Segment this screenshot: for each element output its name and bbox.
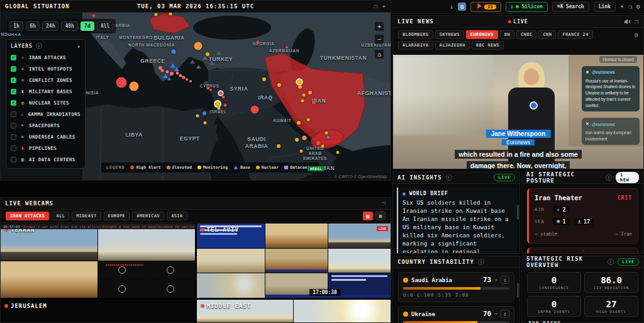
map-marker-yellow[interactable] [300, 150, 303, 153]
channel-dw[interactable]: DW [500, 30, 514, 39]
map-marker-red[interactable] [92, 14, 96, 18]
webcam-filter-asia[interactable]: ASIA [167, 212, 187, 220]
tweet-card[interactable]: ✕@euronewsRussia's use of Iranian-design… [582, 66, 640, 111]
silicon-button[interactable]: ↧Silicon [506, 2, 548, 12]
link-button[interactable]: Link [594, 2, 616, 12]
layer-toggle-conflict-zones[interactable]: ✓✕CONFLICT ZONES [11, 74, 80, 86]
map-marker-blue[interactable] [203, 111, 206, 115]
map-marker-yellow[interactable] [303, 94, 306, 97]
time-filter-6h[interactable]: 6h [26, 21, 40, 31]
channel-skynews[interactable]: SKYNEWS [435, 30, 464, 39]
map-marker-yellow[interactable] [277, 83, 281, 87]
map-marker-red[interactable] [209, 89, 212, 91]
layer-toggle-iran-attacks[interactable]: ✓✶IRAN ATTACKS [11, 52, 80, 63]
alerts-button[interactable]: 23 [470, 2, 501, 12]
map-marker-red[interactable] [222, 96, 225, 99]
webcam-filter-mideast[interactable]: MIDEAST [72, 212, 101, 220]
time-filter-7d[interactable]: 7d [80, 21, 94, 31]
instability-help-icon[interactable]: ? [478, 259, 484, 265]
map-marker-yellow[interactable] [301, 99, 304, 103]
channel-euronews[interactable]: EURONEWS [466, 30, 498, 39]
layer-checkbox[interactable]: ✓ [11, 89, 16, 94]
layer-checkbox[interactable] [11, 123, 16, 128]
channel-bloomberg[interactable]: BLOOMBERG [398, 30, 433, 39]
layer-checkbox[interactable] [11, 145, 16, 151]
map-marker-pink[interactable] [186, 78, 188, 81]
channels-gear-icon[interactable]: ⚙ [635, 31, 638, 38]
speaker-muted-icon[interactable] [625, 19, 631, 25]
webcam-tehran[interactable]: 16:57:03 Israel's war with Iran and its … [1, 224, 195, 298]
list-view-button[interactable]: ■ [375, 212, 386, 220]
map-marker-pink[interactable] [182, 76, 186, 79]
webcams-expand-icon[interactable]: ❐ [382, 200, 386, 207]
map-marker-orange[interactable] [308, 91, 312, 94]
webcam-jerusalem[interactable]: JERUSALEM [1, 300, 195, 322]
instability-row-saudi-arabia[interactable]: Saudi Arabia73→↥U:0 C:100 S:35 I:80 [398, 272, 514, 302]
map-marker-slate[interactable] [190, 60, 195, 64]
world-map[interactable]: ANDORRAITALYAN MARINOSERBIAMONTENEGROBUL… [1, 13, 391, 180]
layer-toggle-gamma-irradiators[interactable]: ⚠GAMMA IRRADIATORS [11, 108, 80, 120]
map-marker-red[interactable] [286, 46, 288, 48]
map-marker-orange[interactable] [130, 82, 139, 91]
channel-cnn[interactable]: CNN [538, 30, 556, 39]
map-marker-yellow[interactable] [297, 79, 302, 84]
map-marker-pink[interactable] [170, 72, 174, 76]
channel-aljazeera[interactable]: ALJAZEERA [435, 41, 470, 50]
layer-checkbox[interactable] [11, 111, 16, 117]
theater-card-iran[interactable]: Iran Theater CRIT AIR ✈2 SEA ☸1 ⚓17 → st… [527, 188, 638, 244]
map-marker-yellow[interactable] [336, 151, 340, 154]
map-marker-yellow[interactable] [262, 77, 266, 81]
layer-checkbox[interactable]: ✓ [11, 100, 16, 106]
layer-toggle-spaceports[interactable]: ➤SPACEPORTS [11, 120, 80, 131]
map-marker-yellow[interactable] [277, 144, 280, 148]
time-filter-all[interactable]: All [97, 21, 113, 31]
map-marker-yellow[interactable] [307, 118, 310, 122]
layer-toggle-military-bases[interactable]: ✓♜MILITARY BASES [11, 86, 80, 97]
channel-bbc-news[interactable]: BBC NEWS [472, 41, 504, 50]
channel-france-24[interactable]: FRANCE 24 [558, 30, 593, 39]
time-filter-48h[interactable]: 48h [61, 21, 77, 31]
zoom-out-button[interactable]: − [374, 34, 384, 44]
map-marker-orange[interactable] [303, 136, 307, 140]
insights-help-icon[interactable]: ? [446, 174, 452, 181]
layer-toggle-pipelines[interactable]: ▮PIPELINES [11, 142, 80, 154]
map-marker-pink[interactable] [166, 71, 169, 74]
widget-icon[interactable]: ▤ [458, 3, 466, 11]
layer-checkbox[interactable] [11, 134, 16, 140]
insights-body[interactable]: ◉ WORLD BRIEF Six US soldiers killed in … [397, 188, 517, 253]
map-marker-yellow[interactable] [204, 122, 207, 125]
map-marker-yellow[interactable] [297, 121, 301, 125]
map-marker-blue[interactable] [172, 50, 176, 54]
webcam-filter-all[interactable]: ALL [52, 212, 69, 220]
map-marker-slate[interactable] [216, 51, 221, 55]
layer-toggle-nuclear-sites[interactable]: ✓☢NUCLEAR SITES [11, 97, 80, 108]
map-marker-yellow[interactable] [196, 115, 199, 118]
layers-collapse-icon[interactable]: ▼ [77, 44, 80, 48]
tweet-card[interactable]: ✕@euronewsIran warns any European involv… [582, 118, 640, 145]
share-icon[interactable]: ↥ [501, 276, 509, 284]
layers-panel-header[interactable]: LAYERS ? ▼ [11, 43, 80, 49]
map-marker-yellow[interactable] [218, 107, 221, 110]
map-marker-red[interactable] [316, 141, 321, 145]
brightness-icon[interactable]: ☀ [620, 3, 624, 10]
instability-row-ukraine[interactable]: Ukraine70→↥U:0 C:0 S:17 I:56 [398, 306, 514, 323]
map-expand-icon[interactable]: ❐ [374, 3, 378, 9]
webcam-middle-east[interactable]: MIDDLE EAST [197, 300, 391, 322]
map-marker-blue[interactable] [174, 67, 179, 71]
next-theater-card-peek[interactable]: ⋯ [527, 247, 638, 254]
insights-scrollbar[interactable] [517, 205, 519, 220]
grid-view-button[interactable]: ▦ [363, 212, 373, 220]
map-marker-yellow[interactable] [298, 85, 302, 89]
webcam-filter-americas[interactable]: AMERICAS [132, 212, 164, 220]
map-marker-orange[interactable] [194, 42, 203, 50]
webcam-tel-aviv[interactable]: TEL AVIV LIVE 17:00:38 [197, 224, 391, 298]
webcam-filter-europe[interactable]: EUROPE [104, 212, 130, 220]
layer-checkbox[interactable]: ✓ [11, 77, 16, 83]
news-expand-icon[interactable]: ❐ [635, 18, 639, 25]
fullscreen-icon[interactable]: ❐ [628, 3, 632, 10]
map-attribution[interactable]: © CARTO © OpenStreetMap [331, 173, 391, 180]
posture-help-icon[interactable]: ? [606, 174, 612, 181]
map-marker-slate[interactable] [203, 56, 208, 60]
risk-help-icon[interactable]: ? [608, 259, 614, 265]
map-marker-red[interactable] [312, 101, 316, 105]
